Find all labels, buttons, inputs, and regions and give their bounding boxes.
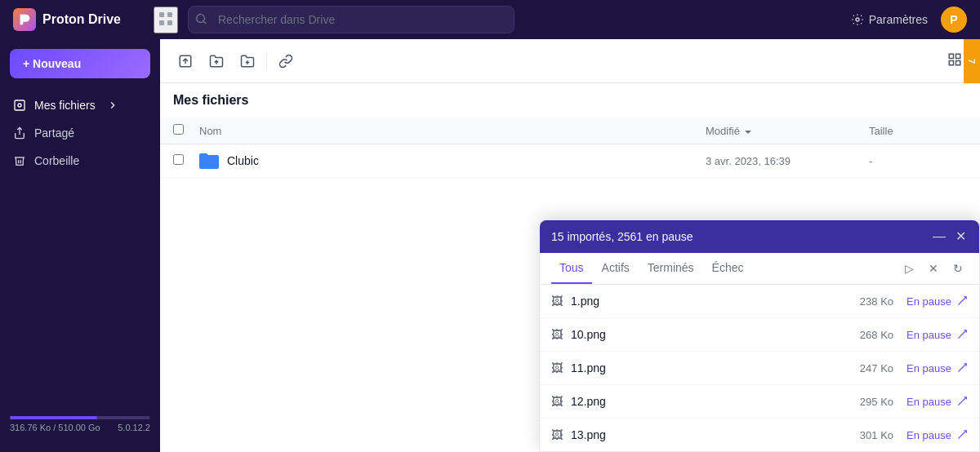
svg-rect-1 [167,12,172,17]
file-size: - [869,155,967,167]
svg-rect-12 [956,54,960,58]
notification-badge[interactable]: 7 [964,39,980,83]
upload-refresh-button[interactable]: ↻ [948,259,968,278]
app-title: Proton Drive [42,12,121,27]
upload-folder-button[interactable] [204,49,229,73]
upload-file-name: 11.png [571,361,836,374]
svg-rect-13 [949,61,953,65]
sidebar-item-partage[interactable]: Partagé [0,119,160,147]
upload-minimize-button[interactable]: — [931,228,947,245]
upload-header: 15 importés, 2561 en pause — ✕ [540,220,979,253]
upload-file-size: 268 Ko [836,329,893,341]
select-all-checkbox[interactable] [173,124,184,135]
storage-version: 5.0.12.2 [118,423,150,432]
upload-cancel-button[interactable]: ✕ [924,259,943,278]
logo-area: Proton Drive [13,8,144,31]
col-checkbox[interactable] [173,124,199,137]
sidebar-item-corbeille[interactable]: Corbeille [0,147,160,175]
table-header: Nom Modifié Taille [160,117,980,144]
svg-rect-2 [159,20,164,25]
proton-logo-icon [13,8,36,31]
new-folder-button[interactable] [235,49,260,73]
upload-tabs: Tous Actifs Terminés Échec ▷ ✕ ↻ [540,253,979,285]
upload-tab-actions: ▷ ✕ ↻ [900,259,968,278]
upload-tab-actifs[interactable]: Actifs [594,253,638,284]
breadcrumb: Mes fichiers [160,83,980,117]
toolbar-separator [266,53,267,69]
col-name: Nom [199,124,706,137]
upload-file-button[interactable] [173,49,198,73]
sidebar-corbeille-label: Corbeille [34,154,79,167]
col-size: Taille [869,124,967,137]
upload-tab-termines[interactable]: Terminés [639,253,702,284]
upload-play-button[interactable]: ▷ [900,259,919,278]
search-input[interactable] [188,6,514,33]
upload-file-icon: 🖼 [551,328,563,341]
upload-file-size: 247 Ko [836,362,893,374]
upload-item: 🖼 13.png 301 Ko En pause [540,419,979,451]
upload-close-button[interactable]: ✕ [954,228,968,245]
svg-point-4 [856,18,859,21]
table-row[interactable]: Clubic 3 avr. 2023, 16:39 - [160,144,980,178]
svg-rect-3 [167,20,172,25]
upload-panel: 15 importés, 2561 en pause — ✕ Tous Acti… [539,219,980,452]
upload-status: En pause [906,362,968,374]
svg-line-18 [958,397,966,405]
svg-line-16 [958,330,966,339]
search-bar [188,6,514,33]
svg-line-17 [958,364,966,372]
file-modified: 3 avr. 2023, 16:39 [706,155,869,167]
header-right: Paramètres P [851,7,967,33]
new-button[interactable]: + Nouveau [10,49,150,78]
upload-tab-tous[interactable]: Tous [551,253,592,284]
avatar[interactable]: P [941,7,967,33]
settings-button[interactable]: Paramètres [851,13,928,26]
sidebar-mes-fichiers-label: Mes fichiers [34,99,96,112]
row-checkbox[interactable] [173,154,199,167]
upload-item: 🖼 1.png 238 Ko En pause [540,285,979,318]
upload-item: 🖼 11.png 247 Ko En pause [540,352,979,385]
sidebar-partage-label: Partagé [34,126,74,140]
toolbar [160,39,980,83]
upload-status: En pause [906,329,968,341]
notification-count: 7 [967,59,977,64]
storage-text: 316.76 Ko / 510.00 Go 5.0.12.2 [10,423,150,432]
upload-file-name: 12.png [571,395,836,408]
file-name-cell: Clubic [199,153,706,169]
folder-icon [199,153,219,169]
upload-header-buttons: — ✕ [931,228,968,245]
upload-item: 🖼 10.png 268 Ko En pause [540,318,979,352]
storage-bar-bg [10,416,150,419]
upload-title: 15 importés, 2561 en pause [551,230,931,243]
main-content: + Nouveau Mes fichiers Partagé Corbeille [0,39,980,452]
share-link-button[interactable] [274,49,298,73]
file-name: Clubic [227,154,259,167]
upload-status: En pause [906,295,968,308]
svg-rect-0 [159,12,164,17]
header: Proton Drive Paramètres P [0,0,980,39]
storage-used-label: 316.76 Ko / 510.00 Go [10,423,100,432]
sidebar: + Nouveau Mes fichiers Partagé Corbeille [0,39,160,452]
svg-line-19 [958,431,966,439]
upload-file-size: 295 Ko [836,396,893,408]
col-modified[interactable]: Modifié [706,124,869,137]
sidebar-item-mes-fichiers[interactable]: Mes fichiers [0,91,160,119]
file-area: Mes fichiers Nom Modifié Taille [160,39,980,452]
svg-line-15 [958,297,966,305]
svg-rect-11 [949,54,953,58]
upload-file-name: 1.png [571,295,836,308]
upload-file-icon: 🖼 [551,428,563,441]
app-grid-button[interactable] [154,7,178,33]
upload-file-name: 13.png [571,428,836,441]
upload-file-name: 10.png [571,328,836,341]
app-container: Proton Drive Paramètres P + Nouveau Mes [0,0,980,452]
row-select-checkbox[interactable] [173,154,184,165]
upload-file-icon: 🖼 [551,395,563,408]
upload-tab-echec[interactable]: Échec [704,253,752,284]
svg-point-5 [18,104,21,107]
settings-label: Paramètres [869,13,928,26]
svg-rect-14 [956,61,960,65]
upload-status: En pause [906,396,968,408]
upload-item: 🖼 12.png 295 Ko En pause [540,385,979,419]
upload-file-size: 301 Ko [836,429,893,441]
